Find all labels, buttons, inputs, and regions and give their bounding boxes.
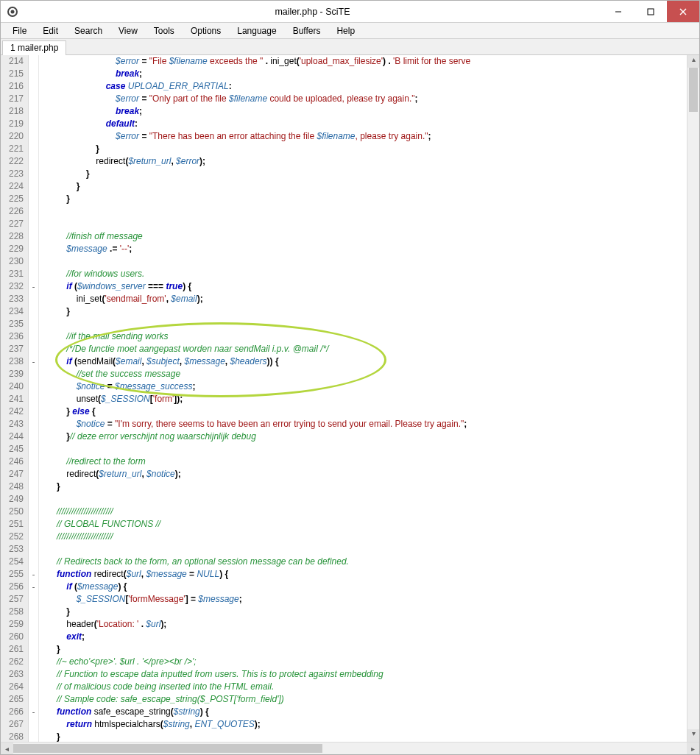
menu-file[interactable]: File xyxy=(5,24,34,38)
code-line[interactable]: unset($_SESSION['form']); xyxy=(39,393,687,405)
fold-marker[interactable] xyxy=(29,330,38,343)
code-content[interactable]: $error = "File $filename exceeds the " .… xyxy=(39,55,687,742)
fold-marker[interactable] xyxy=(29,155,38,168)
fold-marker[interactable] xyxy=(29,518,38,531)
menu-buffers[interactable]: Buffers xyxy=(286,24,328,38)
code-line[interactable]: }// deze error verschijnt nog waarschijn… xyxy=(39,430,687,443)
code-line[interactable]: case UPLOAD_ERR_PARTIAL: xyxy=(39,80,687,93)
code-line[interactable]: $notice = "I'm sorry, there seems to hav… xyxy=(39,418,687,430)
code-line[interactable]: } xyxy=(39,168,687,180)
fold-marker[interactable] xyxy=(29,218,38,230)
vertical-scrollbar[interactable]: ▴ ▾ xyxy=(687,55,699,742)
fold-marker[interactable] xyxy=(29,681,38,693)
document-tab[interactable]: 1 mailer.php xyxy=(2,40,66,55)
code-line[interactable]: //for windows users. xyxy=(39,268,687,280)
code-line[interactable]: $error = "Only part of the file $filenam… xyxy=(39,93,687,105)
fold-marker[interactable] xyxy=(29,593,38,606)
code-line[interactable] xyxy=(39,493,687,506)
fold-marker[interactable] xyxy=(29,118,38,130)
fold-marker[interactable] xyxy=(29,718,38,731)
window-close-button[interactable] xyxy=(667,1,699,22)
menu-tools[interactable]: Tools xyxy=(146,24,182,38)
fold-marker[interactable] xyxy=(29,193,38,205)
code-line[interactable] xyxy=(39,543,687,556)
fold-marker[interactable] xyxy=(29,318,38,330)
code-line[interactable]: //if the mail sending works xyxy=(39,330,687,343)
menu-language[interactable]: Language xyxy=(230,24,283,38)
code-line[interactable]: $error = "There has been an error attach… xyxy=(39,130,687,143)
code-line[interactable]: function safe_escape_string($string) { xyxy=(39,706,687,718)
scroll-left-icon[interactable]: ◂ xyxy=(1,742,13,754)
code-line[interactable]: redirect($return_url, $error); xyxy=(39,155,687,168)
code-line[interactable]: // GLOBAL FUNCTIONS // xyxy=(39,518,687,531)
code-line[interactable]: //set the success message xyxy=(39,368,687,380)
fold-marker[interactable] xyxy=(29,418,38,430)
code-line[interactable]: /*/De functie moet aangepast worden naar… xyxy=(39,343,687,355)
fold-marker[interactable] xyxy=(29,130,38,143)
code-line[interactable]: return htmlspecialchars($string, ENT_QUO… xyxy=(39,718,687,731)
code-line[interactable]: $notice = $message_success; xyxy=(39,380,687,393)
fold-marker[interactable] xyxy=(29,456,38,468)
fold-marker[interactable] xyxy=(29,468,38,481)
fold-marker[interactable]: - xyxy=(29,581,38,593)
menu-edit[interactable]: Edit xyxy=(35,24,66,38)
code-line[interactable]: default: xyxy=(39,118,687,130)
code-line[interactable] xyxy=(39,205,687,218)
scroll-up-icon[interactable]: ▴ xyxy=(687,55,699,68)
code-line[interactable]: header('Location: ' . $url); xyxy=(39,618,687,631)
horizontal-scrollbar[interactable]: ◂ ▸ xyxy=(1,742,699,754)
code-line[interactable] xyxy=(39,443,687,456)
fold-marker[interactable] xyxy=(29,556,38,568)
code-line[interactable]: //~ echo'<pre>'. $url . '</pre><br />'; xyxy=(39,656,687,668)
fold-marker[interactable] xyxy=(29,493,38,506)
fold-marker[interactable] xyxy=(29,405,38,418)
fold-marker[interactable]: - xyxy=(29,706,38,718)
fold-marker[interactable] xyxy=(29,731,38,742)
code-line[interactable]: ini_set('sendmail_from', $email); xyxy=(39,293,687,305)
fold-marker[interactable]: - xyxy=(29,568,38,581)
code-line[interactable] xyxy=(39,318,687,330)
menu-view[interactable]: View xyxy=(111,24,145,38)
fold-marker[interactable] xyxy=(29,80,38,93)
fold-marker[interactable] xyxy=(29,430,38,443)
horizontal-scroll-thumb[interactable] xyxy=(13,744,322,753)
fold-marker[interactable] xyxy=(29,255,38,268)
code-line[interactable]: // of malicious code being inserted into… xyxy=(39,681,687,693)
code-line[interactable]: if (sendMail($email, $subject, $message,… xyxy=(39,355,687,368)
code-line[interactable]: $message .= '--'; xyxy=(39,243,687,255)
fold-marker[interactable] xyxy=(29,343,38,355)
menu-search[interactable]: Search xyxy=(67,24,110,38)
fold-marker[interactable] xyxy=(29,68,38,80)
code-line[interactable]: // Redirects back to the form, an option… xyxy=(39,556,687,568)
fold-marker[interactable] xyxy=(29,168,38,180)
fold-marker[interactable] xyxy=(29,243,38,255)
code-line[interactable] xyxy=(39,255,687,268)
fold-marker[interactable] xyxy=(29,606,38,618)
scroll-right-icon[interactable]: ▸ xyxy=(687,742,699,754)
vertical-scroll-thumb[interactable] xyxy=(689,68,698,112)
fold-marker[interactable] xyxy=(29,668,38,681)
fold-marker[interactable] xyxy=(29,693,38,706)
menu-help[interactable]: Help xyxy=(329,24,362,38)
code-line[interactable]: } xyxy=(39,731,687,742)
fold-marker[interactable] xyxy=(29,305,38,318)
fold-marker[interactable] xyxy=(29,105,38,118)
window-maximize-button[interactable] xyxy=(634,1,667,22)
code-line[interactable]: } else { xyxy=(39,405,687,418)
code-line[interactable] xyxy=(39,218,687,230)
code-line[interactable]: } xyxy=(39,143,687,155)
code-line[interactable]: // Function to escape data inputted from… xyxy=(39,668,687,681)
scroll-down-icon[interactable]: ▾ xyxy=(687,729,699,742)
fold-marker[interactable]: - xyxy=(29,280,38,293)
fold-marker[interactable] xyxy=(29,368,38,380)
fold-marker[interactable]: - xyxy=(29,355,38,368)
fold-marker[interactable] xyxy=(29,531,38,543)
fold-marker[interactable] xyxy=(29,481,38,493)
code-line[interactable]: redirect($return_url, $notice); xyxy=(39,468,687,481)
code-line[interactable]: // Sample code: safe_escape_string($_POS… xyxy=(39,693,687,706)
code-line[interactable]: $error = "File $filename exceeds the " .… xyxy=(39,55,687,68)
code-line[interactable]: } xyxy=(39,643,687,656)
code-line[interactable]: //finish off message xyxy=(39,230,687,243)
fold-marker[interactable] xyxy=(29,506,38,518)
code-line[interactable]: function redirect($url, $message = NULL)… xyxy=(39,568,687,581)
